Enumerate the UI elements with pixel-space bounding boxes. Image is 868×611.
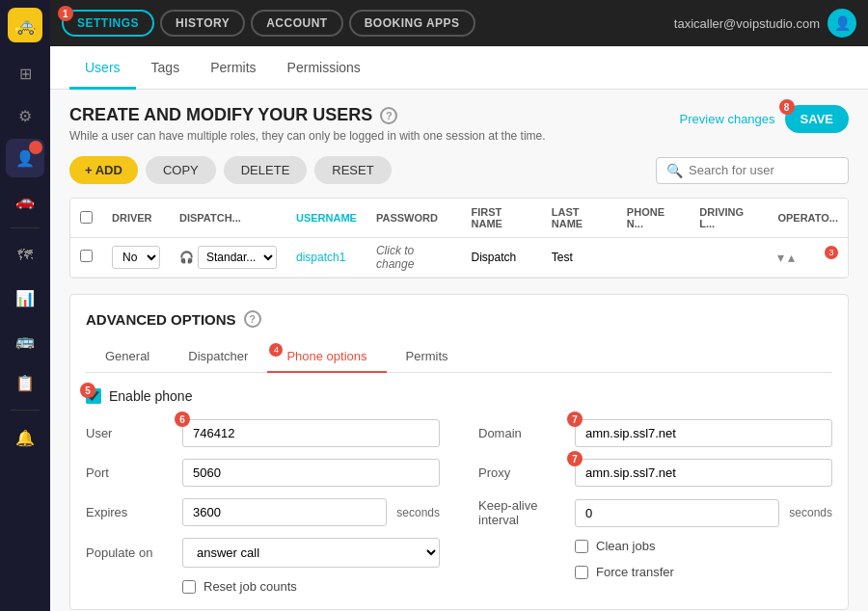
table-row: No 🎧 Standar... [70,238,848,278]
sidebar-divider [11,227,40,228]
grid-icon: ⊞ [19,65,32,83]
sidebar-item-map[interactable]: 🗺 [6,236,44,275]
clean-jobs-checkbox[interactable] [575,540,588,553]
save-button[interactable]: 8 SAVE [785,105,849,133]
keepalive-suffix: seconds [789,506,832,519]
col-lastname: LAST NAME [542,199,617,238]
domain-field[interactable] [575,419,832,447]
adv-tab-permits[interactable]: Permits [387,341,468,373]
headset-icon: 🎧 [179,251,194,264]
header-actions: Preview changes 8 SAVE [680,105,849,133]
row-badge: 3 [825,246,838,259]
phone-form: User 6 Port Expires [86,419,832,594]
driver-select[interactable]: No [112,246,160,269]
enable-phone-badge-wrapper: 5 [86,388,101,404]
car-icon: 🚗 [15,192,35,210]
password-click-to-change[interactable]: Click to change [376,244,414,271]
nav-settings[interactable]: 1 SETTINGS [62,10,154,37]
header-left: CREATE AND MODIFY YOUR USERS ? While a u… [69,105,546,143]
nav-history[interactable]: HISTORY [160,10,245,37]
proxy-field-row: Proxy 7 [478,459,832,487]
sidebar-item-settings[interactable]: ⚙ [6,96,44,135]
add-button[interactable]: + ADD [69,156,138,184]
delete-button[interactable]: DELETE [224,156,308,184]
collapse-icon[interactable]: ▴ [788,250,795,265]
user-info: taxicaller@voipstudio.com 👤 [674,9,856,38]
page-content: CREATE AND MODIFY YOUR USERS ? While a u… [50,90,868,611]
reset-jobs-checkbox[interactable] [182,580,196,594]
advanced-options: ADVANCED OPTIONS ? General Dispatcher 4 … [69,294,849,610]
tab-tags[interactable]: Tags [136,46,196,90]
populate-select[interactable]: answer call ring dispatch [182,538,440,568]
reset-jobs-label: Reset job counts [203,579,297,594]
domain-field-row: Domain 7 [478,419,832,447]
page-header: CREATE AND MODIFY YOUR USERS ? While a u… [69,105,849,143]
proxy-field-label: Proxy [478,465,565,480]
sidebar-item-fleet[interactable]: 🚌 [6,321,44,359]
sidebar-item-car[interactable]: 🚗 [6,181,44,220]
force-transfer-label: Force transfer [596,565,674,579]
avatar-icon: 👤 [834,15,851,31]
domain-field-label: Domain [478,426,565,440]
tab-users[interactable]: Users [69,46,136,90]
tab-permits[interactable]: Permits [195,46,271,90]
port-field[interactable] [182,459,440,487]
expand-icon[interactable]: ▾ [777,250,784,265]
help-icon[interactable]: ? [380,107,397,124]
nav-booking[interactable]: BOOKING APPS [349,10,475,37]
sidebar-item-users[interactable]: 👤 [6,139,44,177]
firstname-cell: Dispatch [462,238,542,278]
user-field-badge: 6 [175,412,190,427]
sidebar-item-bell[interactable]: 🔔 [6,418,44,457]
port-field-label: Port [86,465,173,480]
reset-button[interactable]: RESET [314,156,391,184]
col-password: PASSWORD [366,199,462,238]
user-field[interactable] [182,419,440,447]
expires-field[interactable] [182,498,387,526]
row-checkbox[interactable] [80,250,93,262]
search-input[interactable] [689,163,838,177]
sidebar: 🚕 ⊞ ⚙ 👤 🚗 🗺 📊 🚌 📋 🔔 [0,0,50,611]
sidebar-item-chart[interactable]: 📊 [6,279,44,317]
select-all-checkbox[interactable] [80,211,93,224]
page-title: CREATE AND MODIFY YOUR USERS ? [69,105,546,125]
force-transfer-checkbox-row: Force transfer [575,565,674,579]
expires-field-label: Expires [86,505,173,519]
force-transfer-checkbox[interactable] [575,566,588,579]
preview-changes-button[interactable]: Preview changes [680,112,775,126]
users-table: DRIVER DISPATCH... USERNAME PASSWORD FIR… [70,199,848,278]
clean-jobs-row: Clean jobs [478,539,832,553]
settings-nav-badge: 1 [58,6,73,21]
tab-permissions[interactable]: Permissions [272,46,376,90]
nav-account[interactable]: ACCOUNT [251,10,343,37]
search-box[interactable]: 🔍 [656,157,849,184]
populate-field-row: Populate on answer call ring dispatch [86,538,440,568]
sidebar-item-grid[interactable]: ⊞ [6,54,44,93]
bell-icon: 🔔 [15,429,35,447]
app-logo: 🚕 [8,8,42,42]
adv-tab-dispatcher[interactable]: Dispatcher [169,341,267,373]
copy-button[interactable]: COPY [146,156,216,184]
form-left-col: User 6 Port Expires [86,419,440,594]
adv-tab-phone[interactable]: 4 Phone options [267,341,386,373]
toolbar: + ADD COPY DELETE RESET 🔍 [69,156,849,184]
keepalive-field-row: Keep-alive interval seconds [478,498,832,527]
col-driving: DRIVING L... [690,199,768,238]
advanced-help-icon[interactable]: ? [244,310,261,328]
keepalive-field[interactable] [575,499,779,527]
proxy-field[interactable] [575,459,832,487]
users-table-wrapper: DRIVER DISPATCH... USERNAME PASSWORD FIR… [69,198,849,279]
sidebar-item-dispatch[interactable]: 📋 [6,363,44,402]
reset-checkbox-row: Reset job counts [182,579,297,594]
advanced-title: ADVANCED OPTIONS ? [86,310,832,328]
adv-tab-general[interactable]: General [86,341,169,373]
clean-jobs-checkbox-row: Clean jobs [575,539,655,553]
form-right-col: Domain 7 Proxy 7 [478,419,832,594]
port-field-row: Port [86,459,440,487]
user-avatar[interactable]: 👤 [827,9,856,38]
domain-field-badge: 7 [567,412,583,427]
search-icon: 🔍 [666,163,683,178]
top-navigation: 1 SETTINGS HISTORY ACCOUNT BOOKING APPS … [50,0,868,46]
col-username: USERNAME [286,199,366,238]
dispatch-select[interactable]: Standar... [198,246,277,269]
